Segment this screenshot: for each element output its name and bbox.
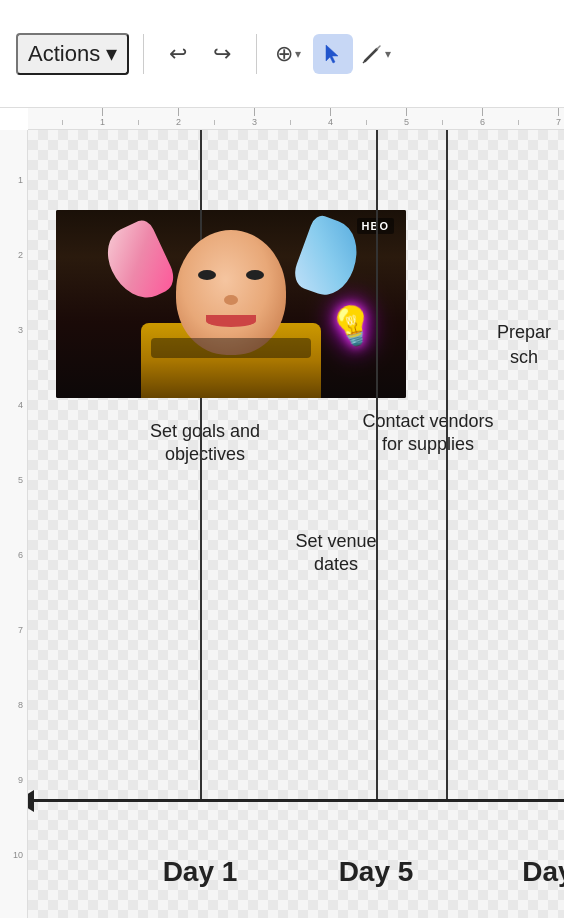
label-goals: Set goals and objectives bbox=[110, 420, 300, 467]
pen-arrow: ▾ bbox=[385, 47, 391, 61]
timeline-line-right bbox=[446, 130, 448, 802]
svg-line-1 bbox=[365, 49, 377, 61]
ruler-mark-v3: 3 bbox=[18, 325, 23, 335]
toolbar: Actions ▾ ↩ ↪ ⊕ ▾ ▾ bbox=[0, 0, 564, 108]
label-prepare: Preparsch bbox=[484, 320, 564, 370]
day-label-1: Day 1 bbox=[163, 856, 238, 888]
horizontal-ruler: 1 2 3 4 5 6 7 bbox=[28, 108, 564, 130]
ruler-mark-6: 6 bbox=[480, 108, 485, 127]
actions-label: Actions ▾ bbox=[28, 41, 117, 67]
ruler-mark-v1: 1 bbox=[18, 175, 23, 185]
ruler-mark-v2: 2 bbox=[18, 250, 23, 260]
toolbar-divider-1 bbox=[143, 34, 144, 74]
ruler-mark-v6: 6 bbox=[18, 550, 23, 560]
ruler-mark-v7: 7 bbox=[18, 625, 23, 635]
vertical-ruler: 1 2 3 4 5 6 7 8 9 10 bbox=[0, 130, 28, 918]
toolbar-divider-2 bbox=[256, 34, 257, 74]
redo-button[interactable]: ↪ bbox=[202, 34, 242, 74]
pen-icon bbox=[361, 43, 383, 65]
svg-marker-0 bbox=[326, 45, 338, 63]
zoom-arrow: ▾ bbox=[295, 47, 301, 61]
actions-button[interactable]: Actions ▾ bbox=[16, 33, 129, 75]
redo-icon: ↪ bbox=[213, 41, 231, 67]
day-label-partial: Day bbox=[522, 856, 564, 888]
meme-image[interactable]: HBO 💡 I have the BEST idea! bbox=[56, 210, 406, 398]
select-button[interactable] bbox=[313, 34, 353, 74]
meme-background: HBO 💡 I have the BEST idea! bbox=[56, 210, 406, 398]
tools-group: ▾ bbox=[313, 34, 395, 74]
ruler-mark-v8: 8 bbox=[18, 700, 23, 710]
timeline-line-day5 bbox=[376, 130, 378, 802]
ruler-mark-7: 7 bbox=[556, 108, 561, 127]
undo-icon: ↩ bbox=[169, 41, 187, 67]
ruler-mark-1: 1 bbox=[100, 108, 105, 127]
ruler-mark-2: 2 bbox=[176, 108, 181, 127]
svg-line-2 bbox=[377, 46, 380, 49]
zoom-button[interactable]: ⊕ ▾ bbox=[271, 34, 305, 74]
canvas[interactable]: HBO 💡 I have the BEST idea! Set goals an… bbox=[28, 130, 564, 918]
label-vendors: Contact vendors for supplies bbox=[328, 410, 528, 457]
undo-button[interactable]: ↩ bbox=[158, 34, 198, 74]
day-label-5: Day 5 bbox=[339, 856, 414, 888]
ruler-mark-3: 3 bbox=[252, 108, 257, 127]
ruler-mark-v9: 9 bbox=[18, 775, 23, 785]
timeline-arrow bbox=[28, 799, 564, 802]
label-venue: Set venue dates bbox=[256, 530, 416, 577]
ruler-mark-v4: 4 bbox=[18, 400, 23, 410]
zoom-icon: ⊕ bbox=[275, 41, 293, 67]
undo-redo-group: ↩ ↪ bbox=[158, 34, 242, 74]
ruler-mark-5: 5 bbox=[404, 108, 409, 127]
ruler-mark-4: 4 bbox=[328, 108, 333, 127]
timeline-line-day1 bbox=[200, 130, 202, 802]
ruler-mark-v10: 10 bbox=[13, 850, 23, 860]
svg-line-3 bbox=[363, 60, 366, 63]
ruler-marks: 1 2 3 4 5 6 7 bbox=[28, 108, 564, 129]
zoom-group: ⊕ ▾ bbox=[271, 34, 305, 74]
select-icon bbox=[322, 43, 344, 65]
ruler-mark-v5: 5 bbox=[18, 475, 23, 485]
pen-button[interactable]: ▾ bbox=[357, 34, 395, 74]
